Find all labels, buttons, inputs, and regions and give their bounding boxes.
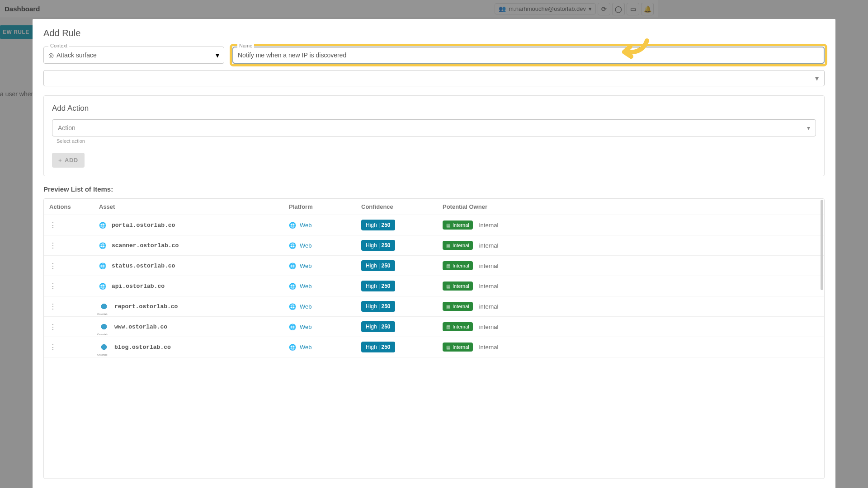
platform-label: Web	[300, 283, 312, 290]
row-actions-menu[interactable]: ⋮	[49, 303, 56, 310]
action-select[interactable]: Action ▾	[52, 119, 658, 136]
ostorlab-logo-icon	[99, 301, 109, 311]
confidence-badge: High | 250	[361, 342, 395, 352]
owner-tag: Internal	[443, 261, 473, 270]
asset-name: scanner.ostorlab.co	[112, 242, 179, 249]
platform-label: Web	[300, 303, 312, 310]
context-label: Context	[48, 43, 69, 48]
row-actions-menu[interactable]: ⋮	[49, 221, 56, 229]
modal-overlay: Add Rule Context ◎ Attack surface ▾ Name…	[0, 0, 658, 369]
context-select[interactable]: Context ◎ Attack surface ▾	[43, 47, 224, 64]
table-row: ⋮ 🌐scanner.ostorlab.co 🌐Web High | 250 I…	[44, 235, 658, 256]
table-row: ⋮ 🌐status.ostorlab.co 🌐Web High | 250 In…	[44, 256, 658, 276]
add-button-label: ADD	[65, 157, 78, 164]
globe-icon: 🌐	[289, 242, 296, 249]
platform-label: Web	[300, 324, 312, 330]
table-header-row: Actions Asset Platform Confidence Potent…	[44, 199, 658, 215]
add-action-section: Add Action Action ▾ Select action + ADD	[43, 95, 658, 176]
add-action-title: Add Action	[52, 104, 658, 113]
asset-name: www.ostorlab.co	[114, 324, 167, 330]
table-row: ⋮ 🌐api.ostorlab.co 🌐Web High | 250 Inter…	[44, 276, 658, 296]
preview-title: Preview List of Items:	[43, 185, 658, 193]
preview-table: Actions Asset Platform Confidence Potent…	[43, 198, 658, 369]
asset-name: portal.ostorlab.co	[112, 222, 175, 229]
owner-tag: Internal	[443, 343, 473, 352]
platform-label: Web	[300, 263, 312, 269]
ostorlab-logo-icon	[99, 342, 109, 352]
platform-label: Web	[300, 242, 312, 249]
owner-text: internal	[479, 222, 499, 229]
confidence-badge: High | 250	[361, 321, 395, 332]
col-confidence: Confidence	[356, 199, 437, 215]
asset-name: status.ostorlab.co	[112, 263, 175, 269]
row-actions-menu[interactable]: ⋮	[49, 262, 56, 270]
owner-tag: Internal	[443, 241, 473, 250]
table-row: ⋮ www.ostorlab.co 🌐Web High | 250 Intern…	[44, 317, 658, 337]
asset-name: blog.ostorlab.co	[114, 344, 171, 351]
globe-icon: 🌐	[289, 303, 296, 310]
owner-text: internal	[479, 303, 499, 310]
owner-text: internal	[479, 344, 499, 351]
row-actions-menu[interactable]: ⋮	[49, 282, 56, 290]
globe-icon: 🌐	[99, 242, 106, 249]
globe-icon: 🌐	[289, 222, 296, 229]
col-owner: Potential Owner	[437, 199, 658, 215]
name-label: Name	[237, 43, 254, 48]
secondary-select[interactable]: ▾	[43, 70, 658, 86]
action-helper: Select action	[57, 138, 658, 144]
platform-label: Web	[300, 222, 312, 229]
owner-text: internal	[479, 242, 499, 249]
asset-name: report.ostorlab.co	[114, 303, 178, 310]
globe-icon: 🌐	[289, 344, 296, 351]
row-actions-menu[interactable]: ⋮	[49, 242, 56, 249]
globe-icon: 🌐	[289, 324, 296, 330]
owner-tag: Internal	[443, 302, 473, 311]
confidence-badge: High | 250	[361, 260, 395, 271]
table-row: ⋮ blog.ostorlab.co 🌐Web High | 250 Inter…	[44, 337, 658, 357]
owner-tag: Internal	[443, 282, 473, 291]
fingerprint-icon: ◎	[48, 52, 54, 59]
owner-tag: Internal	[443, 221, 473, 230]
confidence-badge: High | 250	[361, 281, 395, 291]
asset-name: api.ostorlab.co	[112, 283, 165, 290]
chevron-down-icon: ▾	[216, 51, 219, 60]
row-actions-menu[interactable]: ⋮	[49, 343, 56, 351]
col-actions: Actions	[44, 199, 94, 215]
globe-icon: 🌐	[289, 263, 296, 269]
owner-tag: Internal	[443, 322, 473, 331]
owner-text: internal	[479, 324, 499, 330]
platform-label: Web	[300, 344, 312, 351]
ostorlab-logo-icon	[99, 322, 109, 332]
owner-text: internal	[479, 283, 499, 290]
globe-icon: 🌐	[99, 222, 106, 229]
row-actions-menu[interactable]: ⋮	[49, 323, 56, 331]
rule-name-input[interactable]	[233, 47, 658, 63]
globe-icon: 🌐	[289, 283, 296, 290]
context-value: Attack surface	[57, 52, 97, 59]
globe-icon: 🌐	[99, 263, 106, 269]
confidence-badge: High | 250	[361, 240, 395, 251]
col-asset: Asset	[94, 199, 283, 215]
owner-text: internal	[479, 263, 499, 269]
confidence-badge: High | 250	[361, 220, 395, 230]
plus-icon: +	[58, 157, 62, 164]
modal-title: Add Rule	[43, 28, 658, 38]
add-rule-modal: Add Rule Context ◎ Attack surface ▾ Name…	[33, 19, 658, 369]
col-platform: Platform	[283, 199, 356, 215]
table-row: ⋮ report.ostorlab.co 🌐Web High | 250 Int…	[44, 296, 658, 317]
action-placeholder: Action	[58, 124, 75, 131]
add-action-button[interactable]: + ADD	[52, 153, 85, 168]
globe-icon: 🌐	[99, 283, 106, 290]
table-row: ⋮ 🌐portal.ostorlab.co 🌐Web High | 250 In…	[44, 215, 658, 235]
confidence-badge: High | 250	[361, 301, 395, 312]
